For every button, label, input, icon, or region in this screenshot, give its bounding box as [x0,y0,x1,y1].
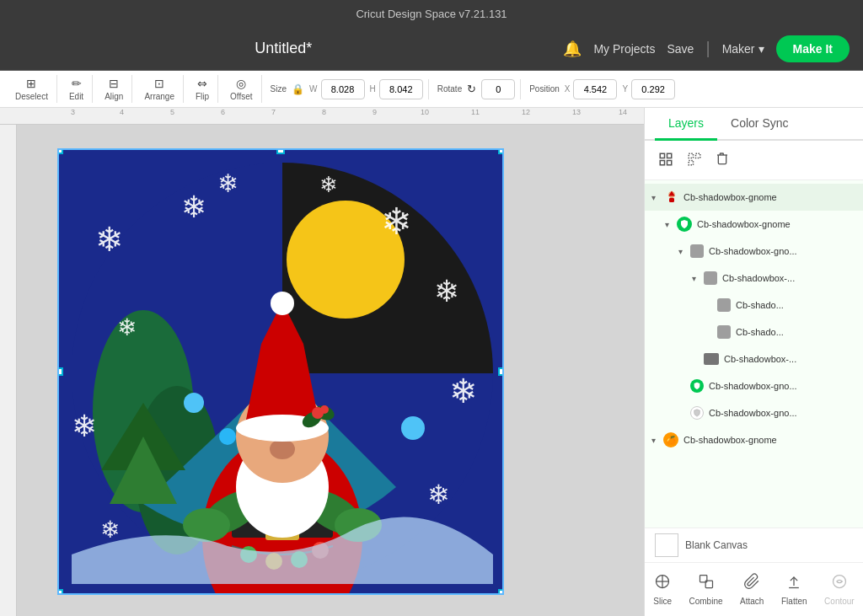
right-panel: Layers Color Sync [644,108,863,616]
svg-point-37 [271,292,294,315]
blank-canvas-swatch [655,533,678,557]
tab-layers[interactable]: Layers [655,108,717,141]
svg-point-34 [270,439,295,459]
svg-rect-47 [667,160,672,164]
machine-selector[interactable]: Maker ▾ [722,42,764,56]
gray-layer-icon [717,325,731,339]
edit-group: ✏ Edit [61,75,93,103]
align-group: ⊟ Align [96,75,132,103]
x-label: X [565,84,571,94]
svg-text:❄: ❄ [427,479,450,510]
position-group: Position X Y [524,79,680,99]
y-input[interactable] [631,79,675,99]
contour-label: Contour [824,597,855,606]
canvas-area[interactable]: 3 4 5 6 7 8 9 10 11 12 13 14 [0,108,644,616]
list-item[interactable]: ▾ 🍊 Cb-shadowbox-gnome [645,426,863,453]
svg-rect-50 [689,160,693,164]
my-projects-button[interactable]: My Projects [593,42,655,56]
svg-point-41 [320,405,329,414]
ungroup-layers-button[interactable] [683,148,705,173]
x-input[interactable] [573,79,617,99]
flip-button[interactable]: ⇔ Flip [192,75,212,103]
contour-icon [831,573,848,594]
flip-icon: ⇔ [197,77,207,90]
svg-text:❄: ❄ [449,372,478,410]
tab-color-sync[interactable]: Color Sync [717,108,801,141]
list-item[interactable]: Cb-shadowbox-gno... [645,372,863,399]
gnome-icon [664,190,679,205]
svg-rect-45 [667,153,672,158]
make-it-button[interactable]: Make It [776,35,850,62]
design-svg: ❄ ❄ ❄ ❄ ❄ ❄ ❄ ❄ ❄ ❄ ❄ [59,150,504,595]
edit-button[interactable]: ✏ Edit [66,75,87,103]
list-item[interactable]: ▾ Cb-shadowbox-gnome [645,211,863,238]
toolbar: ⊞ Deselect ✏ Edit ⊟ Align ⊡ Arrange ⇔ Fl… [0,71,863,108]
list-item[interactable]: Cb-shadowbox-... [645,345,863,372]
height-input-group: H [370,79,423,99]
gray-layer-icon [717,298,731,312]
svg-text:❄: ❄ [100,517,120,543]
chevron-icon[interactable]: ▾ [678,247,690,256]
gray-layer-icon [704,271,717,285]
group-layers-button[interactable] [655,148,677,173]
delete-layer-button[interactable] [712,147,732,173]
slice-button[interactable]: Slice [646,570,678,609]
y-label: Y [622,84,628,94]
svg-text:❄: ❄ [95,221,124,258]
svg-text:❄: ❄ [434,274,459,308]
contour-button[interactable]: Contour [817,570,861,609]
machine-chevron-icon: ▾ [758,42,764,56]
svg-point-61 [833,576,845,588]
gray-layer-icon [690,244,704,258]
combine-button[interactable]: Combine [683,570,730,609]
canvas-content[interactable]: ❄ ❄ ❄ ❄ ❄ ❄ ❄ ❄ ❄ ❄ ❄ [17,125,644,616]
design-canvas[interactable]: ❄ ❄ ❄ ❄ ❄ ❄ ❄ ❄ ❄ ❄ ❄ [57,148,504,595]
save-button[interactable]: Save [667,42,694,56]
width-input[interactable] [321,79,365,99]
rotate-input[interactable] [481,79,515,99]
list-item[interactable]: Cb-shado... [645,319,863,345]
chevron-icon[interactable]: ▾ [651,436,663,445]
flatten-button[interactable]: Flatten [775,570,814,609]
svg-rect-53 [669,198,674,202]
group-icon [658,152,673,167]
green-layer-icon [677,217,692,232]
offset-button[interactable]: ◎ Offset [227,75,256,103]
align-icon: ⊟ [109,77,119,90]
divider: | [705,39,710,58]
header: Untitled* 🔔 My Projects Save | Maker ▾ M… [0,27,863,71]
deselect-button[interactable]: ⊞ Deselect [12,75,51,103]
machine-label: Maker [722,42,755,56]
rotate-group: Rotate ↻ [432,79,521,99]
layer-name: Cb-shadowbox-gno... [709,408,856,418]
blank-canvas-row[interactable]: Blank Canvas [645,528,863,562]
attach-label: Attach [740,597,764,606]
arrange-button[interactable]: ⊡ Arrange [141,75,178,103]
main: 3 4 5 6 7 8 9 10 11 12 13 14 [0,108,863,616]
height-input[interactable] [379,79,423,99]
layers-list[interactable]: ▾ Cb-shadowbox-gnome ▾ Cb-shadowbox-gnom… [645,180,863,528]
attach-button[interactable]: Attach [733,570,770,609]
panel-tabs: Layers Color Sync [645,108,863,141]
height-label: H [370,84,376,94]
chevron-icon[interactable]: ▾ [665,220,677,229]
edit-icon: ✏ [72,77,82,90]
align-button[interactable]: ⊟ Align [101,75,126,103]
combine-label: Combine [689,597,723,606]
list-item[interactable]: Cb-shadowbox-gno... [645,399,863,426]
list-item[interactable]: ▾ Cb-shadowbox-... [645,265,863,292]
list-item[interactable]: ▾ Cb-shadowbox-gno... [645,238,863,265]
list-item[interactable]: Cb-shado... [645,292,863,319]
layer-name: Cb-shadowbox-gnome [683,435,856,445]
chevron-icon[interactable]: ▾ [692,274,704,283]
arrange-icon: ⊡ [154,77,164,90]
notification-icon[interactable]: 🔔 [563,40,582,58]
chevron-icon[interactable]: ▾ [651,193,663,202]
svg-rect-48 [689,153,693,158]
slice-label: Slice [653,597,672,606]
slice-icon [654,573,671,594]
svg-rect-44 [660,153,664,158]
layer-name: Cb-shado... [736,300,856,310]
list-item[interactable]: ▾ Cb-shadowbox-gnome [645,184,863,211]
svg-rect-49 [696,153,700,158]
